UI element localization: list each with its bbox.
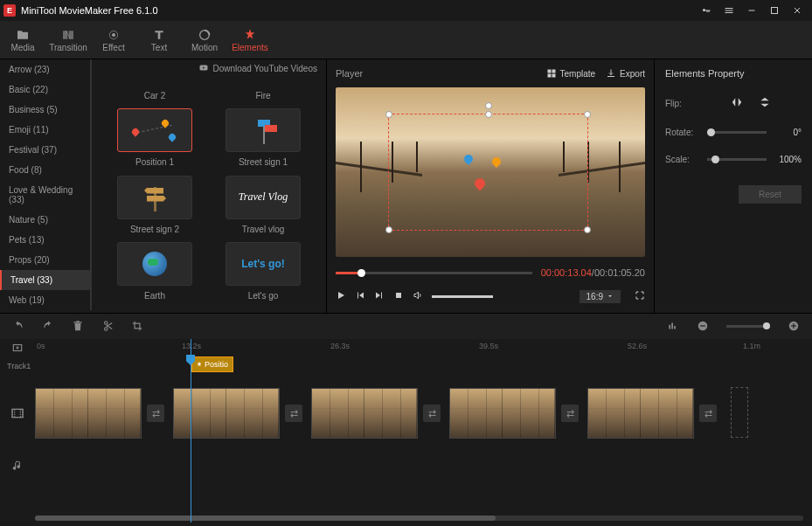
video-clip[interactable]	[173, 388, 280, 439]
timeline: 0s 13.2s 26.3s 39.5s 52.6s 1.1m Track1 P…	[0, 339, 812, 523]
player-panel: Player Template Export	[326, 59, 655, 313]
rotate-handle[interactable]	[485, 102, 492, 109]
maximize-button[interactable]	[763, 2, 786, 19]
category-basic[interactable]: Basic (22)	[0, 80, 90, 100]
element-street-sign1[interactable]: Street sign 1	[212, 108, 314, 168]
tab-effect[interactable]: Effect	[91, 21, 136, 59]
video-clip[interactable]	[587, 388, 694, 439]
main-toolbar: Media Transition Effect Text Motion Elem…	[0, 21, 812, 59]
volume-button[interactable]	[413, 290, 423, 302]
volume-slider[interactable]	[432, 295, 493, 298]
element-position1[interactable]: Position 1	[104, 108, 205, 168]
time-ruler[interactable]: 0s 13.2s 26.3s 39.5s 52.6s 1.1m	[35, 339, 812, 356]
video-clip[interactable]	[449, 388, 556, 439]
title-bar: E MiniTool MovieMaker Free 6.1.0	[0, 0, 812, 21]
prev-button[interactable]	[355, 290, 365, 302]
element-lets-go[interactable]: Let's go!Let's go	[212, 242, 314, 301]
category-food[interactable]: Food (8)	[0, 160, 90, 180]
svg-rect-20	[793, 323, 794, 329]
add-clip-slot[interactable]	[731, 387, 748, 438]
category-nature[interactable]: Nature (5)	[0, 210, 90, 230]
tab-text[interactable]: Text	[136, 21, 182, 59]
effect-icon	[107, 27, 121, 43]
scale-label: Scale:	[665, 155, 700, 164]
rotate-slider[interactable]	[707, 131, 767, 134]
properties-title: Elements Property	[655, 59, 812, 87]
aspect-ratio-dropdown[interactable]: 16:9	[580, 290, 621, 303]
svg-rect-22	[12, 409, 23, 417]
transition-slot[interactable]: ⇄	[699, 405, 717, 422]
category-emoji[interactable]: Emoji (11)	[0, 120, 90, 140]
minimize-button[interactable]	[740, 2, 763, 19]
reset-button[interactable]: Reset	[739, 185, 802, 204]
selection-box[interactable]	[388, 114, 588, 231]
tab-elements[interactable]: Elements	[227, 21, 273, 59]
category-web[interactable]: Web (19)	[0, 290, 90, 310]
transition-slot[interactable]: ⇄	[561, 405, 579, 422]
element-clip-position[interactable]: Positio	[191, 356, 233, 372]
category-travel[interactable]: Travel (33)	[0, 270, 90, 290]
add-track-button[interactable]	[0, 339, 35, 356]
menu-icon[interactable]	[718, 2, 740, 19]
category-arrow[interactable]: Arrow (23)	[0, 59, 90, 80]
category-business[interactable]: Business (5)	[0, 100, 90, 120]
template-button[interactable]: Template	[546, 68, 596, 79]
rotate-label: Rotate:	[665, 128, 700, 137]
crop-button[interactable]	[131, 320, 143, 334]
playhead[interactable]	[191, 339, 191, 523]
zoom-in-button[interactable]	[788, 320, 800, 334]
timeline-scrollbar[interactable]	[35, 516, 803, 521]
redo-button[interactable]	[42, 320, 54, 334]
category-props[interactable]: Props (20)	[0, 250, 90, 270]
properties-panel: Elements Property Flip: Rotate: 0° Scale…	[655, 59, 812, 313]
audio-levels-icon[interactable]	[667, 320, 679, 334]
tab-media[interactable]: Media	[0, 21, 45, 59]
video-preview[interactable]	[336, 87, 645, 257]
category-love-wedding[interactable]: Love & Wedding (33)	[0, 180, 90, 210]
element-earth[interactable]: Earth	[104, 242, 205, 301]
flip-vertical-button[interactable]	[759, 96, 771, 110]
scale-slider[interactable]	[707, 158, 767, 161]
resize-handle-tl[interactable]	[385, 111, 392, 118]
seek-bar[interactable]: 00:00:13.04 / 00:01:05.20	[336, 264, 645, 281]
split-button[interactable]	[101, 320, 114, 334]
category-pets[interactable]: Pets (13)	[0, 230, 90, 250]
map-pin-blue	[462, 153, 475, 165]
video-track[interactable]: ⇄ ⇄ ⇄ ⇄ ⇄	[35, 387, 812, 439]
resize-handle-top[interactable]	[485, 111, 492, 118]
tab-transition[interactable]: Transition	[45, 21, 91, 59]
resize-handle-br[interactable]	[584, 226, 591, 233]
tab-motion[interactable]: Motion	[182, 21, 227, 59]
undo-button[interactable]	[12, 320, 24, 334]
transition-slot[interactable]: ⇄	[285, 405, 302, 422]
svg-rect-17	[700, 325, 705, 326]
video-clip[interactable]	[35, 388, 142, 439]
flip-horizontal-button[interactable]	[731, 96, 743, 110]
zoom-out-button[interactable]	[697, 320, 709, 334]
zoom-slider[interactable]	[726, 325, 770, 328]
download-icon	[198, 63, 209, 73]
element-car2[interactable]: Car 2	[104, 77, 205, 101]
delete-button[interactable]	[72, 320, 84, 334]
key-icon[interactable]	[695, 2, 718, 19]
download-youtube-link[interactable]: Download YouTube Videos	[92, 59, 326, 77]
export-icon	[606, 68, 616, 79]
resize-handle-bl[interactable]	[385, 226, 392, 233]
element-fire[interactable]: Fire	[212, 77, 314, 101]
play-button[interactable]	[336, 290, 346, 302]
stop-button[interactable]	[393, 290, 404, 302]
category-festival[interactable]: Festival (37)	[0, 140, 90, 160]
element-travel-vlog[interactable]: Travel VlogTravel vlog	[212, 176, 314, 235]
export-button[interactable]: Export	[606, 68, 645, 79]
transition-slot[interactable]: ⇄	[423, 405, 441, 422]
video-clip[interactable]	[311, 388, 418, 439]
close-button[interactable]	[786, 2, 809, 19]
element-street-sign2[interactable]: Street sign 2	[104, 176, 205, 235]
audio-track-icon	[0, 460, 35, 472]
chevron-down-icon	[607, 293, 614, 300]
resize-handle-tr[interactable]	[584, 111, 591, 118]
map-pin-red	[472, 176, 487, 190]
transition-slot[interactable]: ⇄	[147, 405, 164, 422]
fullscreen-button[interactable]	[635, 290, 645, 302]
next-button[interactable]	[374, 290, 385, 302]
